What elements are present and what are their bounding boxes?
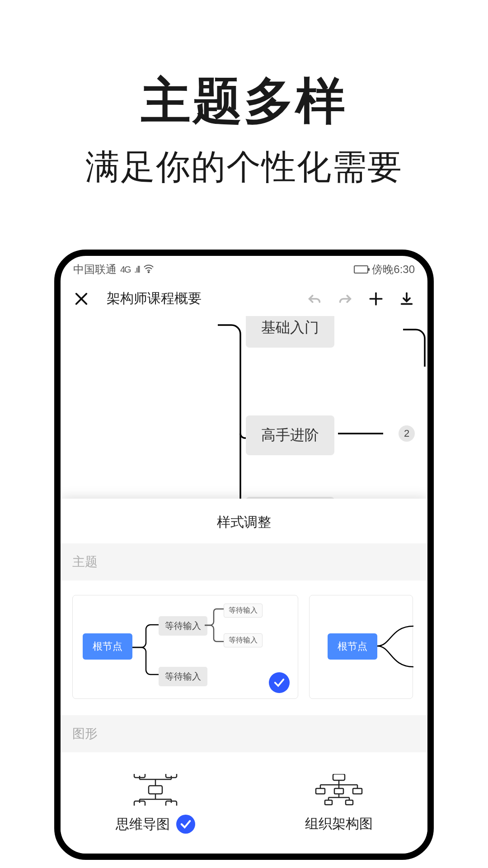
section-theme-heading: 主题 [61, 543, 427, 580]
battery-icon [354, 265, 368, 274]
network-badge: 4G [120, 264, 131, 275]
mini-root-node: 根节点 [328, 633, 377, 660]
clock-label: 傍晚6:30 [372, 262, 415, 277]
svg-rect-32 [325, 800, 332, 805]
signal-icon: .ıll [134, 264, 140, 275]
style-sheet-panel: 样式调整 主题 根节点 等待输入 等待输入 等待输入 等待 [61, 499, 427, 854]
close-icon[interactable] [72, 290, 90, 308]
theme-option-1[interactable]: 根节点 等待输入 等待输入 等待输入 等待输入 [72, 595, 298, 699]
child-count-badge[interactable]: 2 [399, 425, 415, 442]
svg-rect-7 [149, 786, 162, 794]
svg-point-0 [148, 272, 149, 273]
wifi-icon [143, 263, 154, 276]
mindmap-node[interactable]: 高手进阶 [246, 415, 334, 455]
mini-child-node: 等待输入 [159, 667, 207, 686]
mindmap-node[interactable]: 基础入门 [246, 316, 334, 348]
download-icon[interactable] [398, 290, 416, 308]
hero-title: 主题多样 [85, 68, 403, 135]
svg-rect-24 [316, 788, 325, 794]
svg-rect-20 [333, 774, 345, 780]
redo-icon[interactable] [336, 290, 354, 308]
editor-toolbar: 架构师课程概要 [61, 281, 427, 316]
undo-icon[interactable] [305, 290, 324, 308]
selected-check-icon [176, 815, 195, 834]
shape-option-orgchart[interactable]: 组织架构图 [305, 774, 373, 834]
section-shape-heading: 图形 [61, 715, 427, 752]
mini-child-node: 等待输入 [159, 616, 207, 636]
mini-root-node: 根节点 [83, 633, 132, 660]
marketing-hero: 主题多样 满足你的个性化需要 [85, 68, 403, 191]
shape-label: 思维导图 [116, 815, 170, 834]
device-frame: 中国联通 4G .ıll 傍晚6:30 架构师课程概要 [54, 250, 434, 860]
svg-rect-28 [353, 788, 362, 794]
svg-rect-26 [334, 788, 343, 794]
mini-leaf-node: 等待输入 [224, 604, 263, 618]
mini-leaf-node: 等待输入 [224, 633, 263, 647]
add-icon[interactable] [367, 290, 385, 308]
status-bar: 中国联通 4G .ıll 傍晚6:30 [61, 256, 427, 281]
orgchart-shape-icon [314, 774, 364, 806]
selected-check-icon [269, 672, 290, 693]
shape-label: 组织架构图 [305, 815, 373, 833]
carrier-label: 中国联通 [73, 262, 117, 277]
theme-list: 根节点 等待输入 等待输入 等待输入 等待输入 [61, 580, 427, 715]
document-title: 架构师课程概要 [107, 289, 202, 308]
shape-option-mindmap[interactable]: 思维导图 [116, 774, 195, 834]
theme-option-2[interactable]: 根节点 [309, 595, 413, 699]
svg-rect-34 [346, 800, 353, 805]
mindmap-shape-icon [131, 774, 180, 806]
sheet-title: 样式调整 [61, 499, 427, 543]
hero-subtitle: 满足你的个性化需要 [85, 144, 403, 191]
